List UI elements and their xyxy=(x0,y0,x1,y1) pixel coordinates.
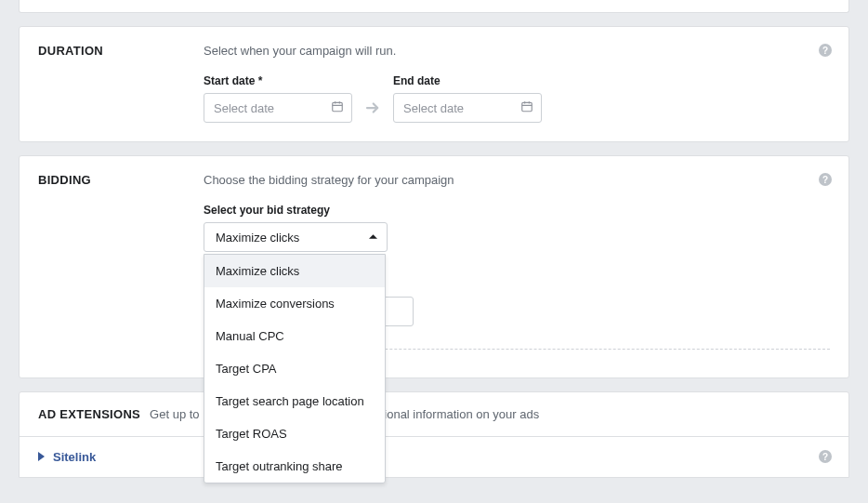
start-date-placeholder: Select date xyxy=(214,101,274,115)
start-date-input[interactable]: Select date xyxy=(204,93,352,123)
bid-option-maximize-clicks[interactable]: Maximize clicks xyxy=(204,255,385,287)
bidding-title: BIDDING xyxy=(38,173,204,350)
help-icon[interactable]: ? xyxy=(819,450,832,463)
bid-option-target-roas[interactable]: Target ROAS xyxy=(204,417,385,450)
duration-desc: Select when your campaign will run. xyxy=(204,44,830,58)
ad-extensions-title: AD EXTENSIONS xyxy=(38,407,140,421)
duration-card: ? DURATION Select when your campaign wil… xyxy=(19,26,849,142)
svg-marker-9 xyxy=(369,234,377,238)
help-icon[interactable]: ? xyxy=(819,173,832,186)
bidding-desc: Choose the bidding strategy for your cam… xyxy=(204,173,830,187)
ad-extensions-card: AD EXTENSIONS Get up to 15% more clicks … xyxy=(19,391,849,478)
sitelink-row[interactable]: Sitelink ? xyxy=(20,437,848,477)
bid-option-manual-cpc[interactable]: Manual CPC xyxy=(204,320,385,352)
svg-rect-5 xyxy=(522,102,533,111)
caret-up-icon xyxy=(369,231,377,245)
help-icon[interactable]: ? xyxy=(819,44,832,57)
start-date-label: Start date * xyxy=(204,74,352,87)
bid-strategy-label: Select your bid strategy xyxy=(204,204,830,217)
duration-title: DURATION xyxy=(38,44,204,123)
bid-strategy-dropdown: Maximize clicks Maximize conversions Man… xyxy=(204,254,386,483)
calendar-icon xyxy=(520,100,533,116)
sitelink-label: Sitelink xyxy=(53,450,96,464)
chevron-right-icon xyxy=(38,450,46,464)
bid-option-target-search-page[interactable]: Target search page location xyxy=(204,385,385,417)
bid-strategy-selected: Maximize clicks xyxy=(216,231,299,245)
bidding-card: ? BIDDING Choose the bidding strategy fo… xyxy=(19,155,849,378)
end-date-label: End date xyxy=(393,74,542,87)
bid-option-target-cpa[interactable]: Target CPA xyxy=(204,352,385,385)
bid-option-maximize-conversions[interactable]: Maximize conversions xyxy=(204,287,385,320)
arrow-right-icon xyxy=(362,93,384,123)
end-date-placeholder: Select date xyxy=(403,101,464,115)
calendar-icon xyxy=(331,100,344,116)
previous-card-edge xyxy=(19,0,849,13)
bid-option-target-outranking[interactable]: Target outranking share xyxy=(204,450,385,483)
svg-rect-0 xyxy=(333,102,343,111)
end-date-input[interactable]: Select date xyxy=(393,93,542,123)
svg-marker-10 xyxy=(38,452,45,461)
bid-strategy-select[interactable]: Maximize clicks xyxy=(204,222,388,252)
